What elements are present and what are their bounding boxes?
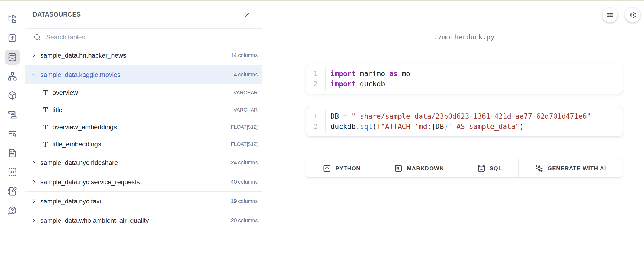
notebook-pen-icon — [8, 187, 17, 196]
code-cell[interactable]: 12DB = "_share/sample_data/23b0d623-1361… — [306, 106, 623, 137]
table-row[interactable]: sample_data.nyc.rideshare24 columns — [25, 153, 262, 172]
database-icon — [477, 164, 485, 172]
code-cell[interactable]: 12import marimo as moimport duckdb — [306, 64, 623, 94]
square-dashed-code-icon — [8, 168, 17, 177]
sparkles-icon — [535, 164, 543, 172]
column-type: VARCHAR — [234, 90, 258, 96]
x-icon — [243, 11, 251, 18]
table-name: sample_data.hn.hacker_news — [40, 52, 126, 59]
column-row[interactable]: Toverview_embeddingsFLOAT[512] — [25, 118, 262, 136]
chevron-right-icon — [31, 198, 37, 204]
chevron-right-icon — [31, 218, 37, 223]
line-number: 1 — [306, 111, 325, 121]
table-row[interactable]: sample_data.kaggle.movies4 columns — [25, 65, 262, 84]
type-text-icon: T — [42, 89, 48, 97]
column-count: 40 columns — [231, 179, 258, 185]
table-group: sample_data.nyc.taxi19 columns — [25, 192, 262, 211]
rail-button-folder-tree[interactable] — [5, 11, 20, 26]
rail-button-scroll-text[interactable] — [5, 107, 20, 122]
column-row[interactable]: Ttitle_embeddingsFLOAT[512] — [25, 136, 262, 153]
code-editor[interactable]: import marimo as moimport duckdb — [326, 64, 623, 94]
code-square-icon — [323, 164, 331, 172]
code-line: duckdb.sql(f"ATTACH 'md:{DB}' AS sample_… — [330, 121, 623, 132]
table-row[interactable]: sample_data.nyc.taxi19 columns — [25, 192, 262, 211]
add-button-label: SQL — [490, 165, 502, 172]
chevron-right-icon — [31, 160, 37, 165]
table-name: sample_data.nyc.service_requests — [40, 178, 140, 186]
column-name: title — [52, 106, 62, 114]
line-number: 2 — [306, 79, 325, 89]
panel-title: DATASOURCES — [33, 11, 81, 18]
file-text-icon — [8, 149, 17, 158]
add-generate-with-ai-button[interactable]: GENERATE WITH AI — [519, 159, 623, 177]
add-button-label: GENERATE WITH AI — [547, 165, 606, 172]
add-markdown-button[interactable]: MARKDOWN — [378, 159, 461, 177]
type-text-icon: T — [42, 106, 48, 114]
datasources-header: DATASOURCES — [25, 1, 262, 29]
chevron-right-icon — [31, 53, 37, 58]
line-number: 2 — [306, 121, 325, 132]
rail-button-database[interactable] — [5, 50, 20, 65]
table-name: sample_data.nyc.taxi — [40, 198, 101, 205]
add-button-label: PYTHON — [335, 165, 361, 172]
code-line: DB = "_share/sample_data/23b0d623-1361-4… — [330, 111, 623, 121]
line-number: 1 — [306, 69, 325, 79]
table-row[interactable]: sample_data.nyc.service_requests40 colum… — [25, 172, 262, 191]
notebook-filename: ./motherduck.py — [306, 33, 623, 41]
search-icon — [34, 34, 41, 41]
function-square-icon — [8, 34, 17, 43]
table-group: sample_data.nyc.rideshare24 columns — [25, 153, 262, 172]
column-type: FLOAT[512] — [231, 141, 258, 147]
table-group: sample_data.nyc.service_requests40 colum… — [25, 172, 262, 192]
table-name: sample_data.kaggle.movies — [40, 71, 121, 79]
rail-button-text-search[interactable] — [5, 126, 20, 141]
column-count: 20 columns — [231, 217, 258, 224]
search-input[interactable] — [46, 33, 257, 41]
rail-button-square-dashed-code[interactable] — [5, 165, 20, 180]
rail-button-notebook-pen[interactable] — [5, 184, 20, 199]
search-row — [25, 29, 262, 46]
column-count: 14 columns — [231, 52, 258, 58]
column-name: overview — [52, 89, 78, 97]
gear-icon — [629, 11, 636, 19]
table-group: sample_data.who.ambient_air_quality20 co… — [25, 211, 262, 230]
add-sql-button[interactable]: SQL — [461, 159, 519, 177]
column-count: 24 columns — [231, 160, 258, 166]
type-text-icon: T — [42, 123, 48, 131]
column-count: 19 columns — [231, 198, 258, 204]
box-icon — [8, 91, 17, 100]
database-icon — [8, 53, 17, 62]
table-row[interactable]: sample_data.who.ambient_air_quality20 co… — [25, 211, 262, 230]
column-row[interactable]: ToverviewVARCHAR — [25, 84, 262, 101]
add-cell-row: PYTHONMARKDOWNSQLGENERATE WITH AI — [306, 159, 623, 178]
code-line: import duckdb — [330, 79, 623, 89]
marimo-app: DATASOURCES sample_data.hn.hacker_news14… — [0, 0, 644, 267]
close-panel-button[interactable] — [243, 11, 251, 18]
add-button-label: MARKDOWN — [407, 165, 444, 172]
message-question-icon — [8, 206, 17, 215]
rail-button-function-square[interactable] — [5, 31, 20, 46]
folder-tree-icon — [8, 14, 17, 23]
table-row[interactable]: sample_data.hn.hacker_news14 columns — [25, 46, 262, 65]
text-search-icon — [8, 129, 17, 138]
code-editor[interactable]: DB = "_share/sample_data/23b0d623-1361-4… — [326, 106, 623, 136]
rail-button-file-text[interactable] — [5, 146, 20, 161]
helper-icon-rail — [0, 1, 25, 267]
column-row[interactable]: TtitleVARCHAR — [25, 101, 262, 118]
settings-button[interactable] — [625, 7, 640, 23]
table-name: sample_data.nyc.rideshare — [40, 159, 118, 166]
notebook-column: ./motherduck.py 12import marimo as moimp… — [306, 1, 623, 267]
rail-button-message-question[interactable] — [5, 203, 20, 218]
add-python-button[interactable]: PYTHON — [306, 159, 378, 177]
chevron-down-icon — [31, 72, 37, 77]
table-name: sample_data.who.ambient_air_quality — [40, 217, 149, 224]
rail-button-box[interactable] — [5, 88, 20, 103]
table-group: sample_data.hn.hacker_news14 columns — [25, 46, 262, 65]
code-line: import marimo as mo — [330, 69, 623, 79]
network-icon — [8, 72, 17, 81]
line-number-gutter: 12 — [306, 67, 326, 91]
column-type: FLOAT[512] — [231, 124, 258, 130]
chevron-right-icon — [31, 179, 37, 185]
markdown-icon — [394, 164, 402, 172]
rail-button-network[interactable] — [5, 69, 20, 84]
